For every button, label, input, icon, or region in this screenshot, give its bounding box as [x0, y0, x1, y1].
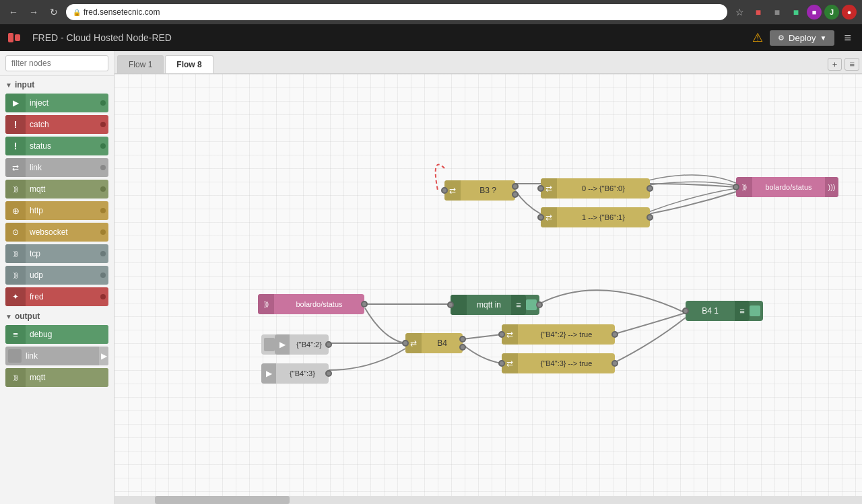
- sidebar-item-link[interactable]: ⇄ link: [5, 158, 108, 177]
- sidebar-item-debug[interactable]: ≡ debug: [5, 325, 108, 344]
- lock-icon: 🔒: [73, 9, 81, 16]
- node-b4-1-in-port: [682, 308, 689, 314]
- url-text: fred.sensetecnic.com: [84, 7, 160, 17]
- add-tab-button[interactable]: +: [828, 58, 842, 71]
- star-icon[interactable]: ☆: [731, 4, 748, 20]
- canvas-scrollbar[interactable]: [114, 496, 862, 504]
- chevron-down-icon-output: ▼: [5, 313, 12, 320]
- list-tabs-button[interactable]: ≡: [844, 58, 859, 71]
- deploy-label: Deploy: [789, 33, 816, 43]
- scrollbar-thumb: [155, 496, 290, 504]
- node-switch2[interactable]: ⇄ 1 --> {"B6":1}: [541, 207, 650, 227]
- forward-button[interactable]: →: [26, 4, 42, 20]
- node-b4-out-port-bottom: [459, 344, 466, 351]
- node-inject1-out-port: [325, 341, 332, 348]
- node-b4-2[interactable]: ⇄ {"B4":2} --> true: [502, 324, 615, 345]
- node-mqtt-in[interactable]: mqtt in ≡: [451, 295, 539, 315]
- deploy-button[interactable]: ⚙ Deploy ▼: [770, 30, 834, 46]
- node-mqtt-in-in-port: [447, 301, 454, 308]
- sidebar-item-udp[interactable]: ))) udp: [5, 266, 108, 285]
- node-bolardo-status-out-label: bolardo/status: [752, 183, 825, 191]
- tcp-label: tcp: [26, 244, 100, 263]
- node-inject1[interactable]: ▶ {"B4":2}: [261, 334, 329, 355]
- node-bolardo-status-in-out-port: [361, 301, 368, 308]
- tab-flow1[interactable]: Flow 1: [117, 55, 164, 73]
- main-layout: ▼ input ▶ inject ! catch ! status ⇄ link: [0, 51, 862, 504]
- node-bolardo-status-out[interactable]: ))) bolardo/status ))): [736, 177, 838, 197]
- node-switch1-label: 0 --> {"B6":0}: [557, 184, 650, 192]
- node-switch2-label: 1 --> {"B6":1}: [557, 213, 650, 221]
- section-label-output: output: [15, 312, 40, 321]
- node-b3-in-port: [441, 187, 448, 194]
- node-bolardo-status-in-label: bolardo/status: [274, 300, 364, 308]
- logo-icon: [8, 31, 27, 44]
- sidebar-item-catch[interactable]: ! catch: [5, 115, 108, 134]
- tab-bar: Flow 1 Flow 8 + ≡: [114, 51, 862, 74]
- inject-label: inject: [26, 94, 100, 112]
- mqtt-out-label: mqtt: [26, 368, 108, 387]
- tab-flow8[interactable]: Flow 8: [165, 55, 213, 73]
- sidebar-item-fred[interactable]: ✦ fred: [5, 287, 108, 306]
- sidebar-item-tcp[interactable]: ))) tcp: [5, 244, 108, 263]
- node-bolardo-status-out-in-port: [733, 184, 739, 190]
- node-inject2[interactable]: ▶ {"B4":3}: [261, 363, 329, 384]
- sidebar-item-link-out[interactable]: link ▶: [5, 347, 108, 365]
- node-b3-out-port-top: [512, 183, 519, 190]
- back-button[interactable]: ←: [5, 4, 22, 20]
- ext2-icon[interactable]: ■: [769, 4, 785, 20]
- section-header-output[interactable]: ▼ output: [0, 308, 114, 324]
- node-b4-in-port: [402, 340, 409, 347]
- warning-icon[interactable]: ⚠: [752, 30, 763, 45]
- user-avatar-green: J: [824, 5, 839, 20]
- section-header-input[interactable]: ▼ input: [0, 76, 114, 92]
- node-inject2-label: {"B4":3}: [276, 369, 329, 377]
- sidebar-item-inject[interactable]: ▶ inject: [5, 94, 108, 112]
- sidebar-item-websocket[interactable]: ⊙ websocket: [5, 223, 108, 242]
- reload-button[interactable]: ↻: [46, 4, 62, 20]
- ext3-icon[interactable]: ■: [788, 4, 804, 20]
- sidebar-item-mqtt[interactable]: ))) mqtt: [5, 180, 108, 199]
- http-label: http: [26, 201, 100, 220]
- filter-box: [0, 51, 114, 76]
- user-avatar-red: ●: [842, 5, 857, 20]
- node-bolardo-status-in[interactable]: ))) bolardo/status: [258, 294, 364, 314]
- catch-label: catch: [26, 115, 100, 134]
- debug-label: debug: [26, 325, 108, 344]
- node-switch2-out-port: [646, 214, 653, 221]
- canvas-area: Flow 1 Flow 8 + ≡: [114, 51, 862, 504]
- chevron-down-icon: ▼: [5, 81, 12, 89]
- flow-canvas[interactable]: ⇄ B3 ? ⇄ 0 --> {"B6":0} ⇄ 1 --> {"B6":1}: [114, 74, 862, 496]
- node-b4-3-label: {"B4":3} --> true: [518, 359, 615, 367]
- fred-logo: FRED - Cloud Hosted Node-RED: [8, 31, 172, 44]
- node-switch1-in-port: [537, 185, 544, 192]
- node-b4[interactable]: ⇄ B4: [405, 333, 463, 353]
- app-title: FRED - Cloud Hosted Node-RED: [32, 32, 172, 43]
- link-out-label: link: [22, 347, 99, 365]
- status-label: status: [26, 137, 100, 155]
- node-b3-label: B3 ?: [461, 186, 515, 195]
- ext1-icon[interactable]: ■: [750, 4, 766, 20]
- node-b4-2-in-port: [498, 331, 505, 338]
- user-avatar-purple: ■: [807, 5, 822, 20]
- node-b4-3[interactable]: ⇄ {"B4":3} --> true: [502, 353, 615, 373]
- filter-input[interactable]: [5, 55, 108, 71]
- node-b4-1-label: B4 1: [686, 306, 735, 316]
- hamburger-button[interactable]: ≡: [841, 28, 854, 48]
- node-b3-out-port-bottom: [512, 191, 519, 198]
- deploy-icon: ⚙: [778, 34, 785, 42]
- node-b4-3-in-port: [498, 360, 505, 367]
- sidebar-item-http[interactable]: ⊕ http: [5, 201, 108, 220]
- mqtt-label: mqtt: [26, 180, 100, 199]
- node-switch1[interactable]: ⇄ 0 --> {"B6":0}: [541, 178, 650, 199]
- address-bar[interactable]: 🔒 fred.sensetecnic.com: [66, 4, 727, 20]
- node-inject2-out-port: [325, 370, 332, 377]
- sidebar-item-mqtt-out[interactable]: ))) mqtt: [5, 368, 108, 387]
- node-b4-1[interactable]: B4 1 ≡: [686, 301, 763, 321]
- sidebar-item-status[interactable]: ! status: [5, 137, 108, 155]
- section-label-input: input: [15, 80, 34, 89]
- node-b4-2-out-port: [611, 331, 618, 338]
- websocket-label: websocket: [26, 223, 100, 242]
- node-b3[interactable]: ⇄ B3 ?: [444, 180, 515, 201]
- node-b4-3-out-port: [611, 360, 618, 367]
- node-mqtt-in-label: mqtt in: [467, 300, 511, 310]
